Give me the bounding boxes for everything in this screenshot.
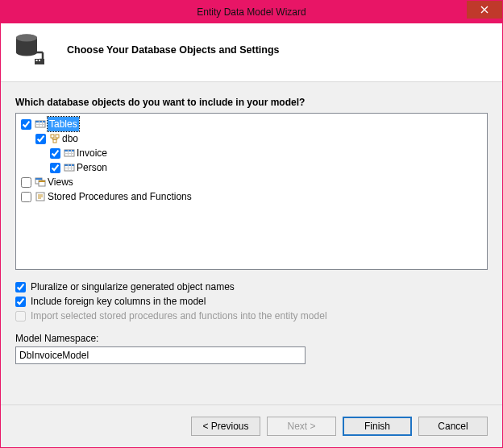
tables-icon [35, 118, 46, 130]
svg-rect-16 [71, 150, 72, 156]
cancel-button[interactable]: Cancel [418, 417, 488, 436]
tree-node-sprocs[interactable]: Stored Procedures and Functions [21, 189, 482, 204]
svg-rect-7 [39, 121, 39, 127]
tree-node-person[interactable]: Person [50, 160, 482, 175]
invoice-checkbox[interactable] [50, 148, 60, 159]
svg-rect-14 [64, 153, 74, 154]
finish-button[interactable]: Finish [343, 417, 412, 436]
views-label: Views [48, 175, 73, 189]
sprocs-label: Stored Procedures and Functions [48, 189, 192, 204]
wizard-header: Choose Your Database Objects and Setting… [1, 23, 502, 82]
person-label: Person [77, 160, 107, 175]
tree-node-invoice[interactable]: Invoice [50, 146, 482, 160]
tables-checkbox[interactable] [21, 119, 31, 130]
option-pluralize[interactable]: Pluralize or singularize generated objec… [15, 281, 488, 292]
namespace-label: Model Namespace: [15, 333, 488, 344]
close-icon [480, 4, 488, 16]
svg-point-1 [16, 35, 37, 42]
svg-rect-20 [68, 164, 69, 171]
title-bar[interactable]: Entity Data Model Wizard [1, 1, 502, 23]
fk-label: Include foreign key columns in the model [31, 296, 206, 307]
svg-rect-19 [64, 168, 74, 168]
database-icon [14, 33, 48, 67]
svg-rect-21 [71, 164, 72, 171]
svg-rect-3 [39, 60, 40, 61]
sprocs-icon [35, 191, 46, 202]
option-fk[interactable]: Include foreign key columns in the model [15, 296, 488, 307]
views-icon [35, 176, 46, 188]
pluralize-label: Pluralize or singularize generated objec… [31, 281, 235, 292]
invoice-label: Invoice [77, 146, 107, 160]
tree-node-tables[interactable]: Tables [21, 117, 482, 131]
svg-rect-5 [35, 121, 45, 122]
svg-rect-23 [35, 178, 42, 180]
content-area: Which database objects do you want to in… [1, 82, 502, 404]
wizard-heading: Choose Your Database Objects and Setting… [67, 44, 280, 56]
wizard-window: Entity Data Model Wizard Choose Your Dat… [0, 0, 503, 448]
fk-checkbox[interactable] [15, 297, 26, 307]
pluralize-checkbox[interactable] [15, 282, 26, 292]
svg-rect-15 [68, 150, 69, 156]
sprocs-checkbox[interactable] [21, 192, 31, 202]
previous-button[interactable]: < Previous [191, 417, 260, 436]
tables-label: Tables [48, 117, 79, 131]
schema-icon [49, 133, 60, 144]
tree-node-views[interactable]: Views [21, 175, 482, 189]
objects-tree[interactable]: Tables dbo [15, 113, 488, 270]
close-button[interactable] [467, 1, 502, 19]
importsp-label: Import selected stored procedures and fu… [31, 310, 327, 321]
table-icon [64, 147, 75, 159]
dbo-label: dbo [62, 131, 78, 146]
svg-rect-9 [51, 135, 54, 138]
svg-rect-11 [53, 139, 56, 143]
prompt-label: Which database objects do you want to in… [15, 97, 488, 108]
svg-rect-18 [64, 164, 74, 166]
namespace-input[interactable] [15, 346, 306, 364]
importsp-checkbox [15, 311, 26, 321]
svg-rect-13 [64, 150, 74, 151]
person-checkbox[interactable] [50, 163, 60, 173]
button-bar: < Previous Next > Finish Cancel [1, 404, 502, 447]
table-icon [64, 162, 75, 173]
window-title: Entity Data Model Wizard [1, 6, 502, 18]
options-group: Pluralize or singularize generated objec… [15, 278, 488, 325]
svg-rect-25 [39, 180, 45, 182]
tree-node-dbo[interactable]: dbo [35, 131, 482, 146]
option-import-sp: Import selected stored procedures and fu… [15, 310, 488, 321]
next-button: Next > [267, 417, 336, 436]
svg-rect-10 [56, 135, 59, 138]
svg-rect-8 [42, 121, 43, 127]
views-checkbox[interactable] [21, 177, 31, 188]
svg-rect-6 [35, 124, 45, 125]
dbo-checkbox[interactable] [35, 134, 46, 144]
svg-rect-2 [36, 60, 38, 61]
